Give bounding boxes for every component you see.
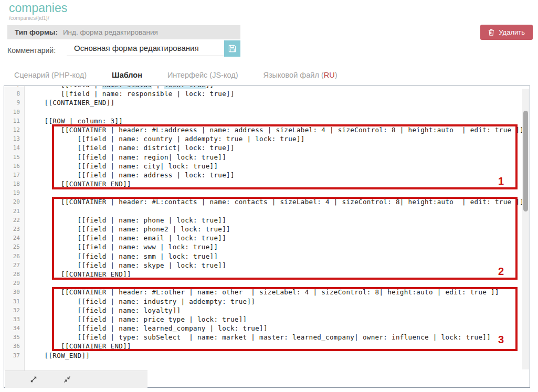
annotation-box-1: 1 bbox=[52, 124, 518, 189]
code-editor[interactable]: 7 [[field | name: status | lock: true]]8… bbox=[4, 86, 530, 370]
code-line[interactable]: 9 [[CONTAINER_END]] bbox=[4, 98, 530, 107]
code-line[interactable]: 10 bbox=[4, 108, 530, 116]
code-text bbox=[25, 108, 28, 116]
annotation-label-2: 2 bbox=[498, 266, 504, 278]
line-number: 32 bbox=[4, 306, 25, 315]
code-text: [[ROW_END]] bbox=[25, 351, 90, 360]
line-number: 17 bbox=[4, 171, 25, 179]
expand-arrows-icon bbox=[29, 375, 38, 384]
floppy-disk-icon bbox=[228, 45, 236, 52]
editor-resize-strip bbox=[5, 370, 147, 388]
line-number: 31 bbox=[4, 297, 25, 306]
selection-highlight: lock: true bbox=[164, 86, 206, 89]
line-number: 33 bbox=[4, 315, 25, 324]
comment-input[interactable] bbox=[67, 41, 224, 56]
tab-scenario-php[interactable]: Сценарий (PHP-код) bbox=[14, 71, 87, 79]
line-number: 29 bbox=[4, 279, 25, 288]
tab-bar: Сценарий (PHP-код) Шаблон Интерфейс (JS-… bbox=[14, 71, 363, 79]
selection-highlight: name: status bbox=[102, 86, 152, 89]
line-number: 22 bbox=[4, 216, 25, 225]
breadcrumb: /companies/{id1}/ bbox=[9, 15, 49, 21]
tab-template[interactable]: Шаблон bbox=[112, 71, 142, 79]
line-number: 14 bbox=[4, 143, 25, 152]
line-number: 34 bbox=[4, 324, 25, 333]
line-number: 26 bbox=[4, 252, 25, 261]
collapse-arrows-icon bbox=[63, 375, 72, 384]
line-number: 18 bbox=[4, 179, 25, 188]
line-number: 13 bbox=[4, 134, 25, 143]
delete-button[interactable]: Удалить bbox=[480, 25, 533, 40]
line-number: 35 bbox=[4, 333, 25, 342]
tab-language-file[interactable]: Языковой файл (RU) bbox=[263, 71, 337, 79]
delete-button-label: Удалить bbox=[499, 28, 525, 36]
line-number: 12 bbox=[4, 125, 25, 134]
line-number: 30 bbox=[4, 288, 25, 296]
code-text: [[CONTAINER_END]] bbox=[25, 98, 114, 107]
line-number: 11 bbox=[4, 116, 25, 125]
code-line[interactable]: 37 [[ROW_END]] bbox=[4, 351, 530, 360]
expand-editor-button[interactable] bbox=[29, 375, 38, 384]
line-number: 16 bbox=[4, 162, 25, 171]
line-number: 9 bbox=[4, 98, 25, 107]
code-line[interactable]: 19 bbox=[4, 188, 530, 197]
line-number: 21 bbox=[4, 207, 25, 216]
code-text bbox=[25, 279, 28, 288]
line-number: 23 bbox=[4, 225, 25, 234]
vertical-scrollbar[interactable] bbox=[522, 89, 529, 369]
tab-interface-js[interactable]: Интерфейс (JS-код) bbox=[167, 71, 238, 79]
form-type-label: Тип формы: bbox=[15, 28, 58, 36]
line-number: 8 bbox=[4, 89, 25, 98]
line-number: 19 bbox=[4, 188, 25, 197]
code-text bbox=[25, 207, 28, 216]
scrollbar-thumb[interactable] bbox=[523, 111, 528, 211]
annotation-label-1: 1 bbox=[498, 175, 504, 187]
page-title: companies bbox=[9, 1, 67, 15]
line-number: 20 bbox=[4, 197, 25, 206]
line-number: 37 bbox=[4, 351, 25, 360]
line-number: 10 bbox=[4, 108, 25, 116]
code-line[interactable]: 29 bbox=[4, 279, 530, 288]
comment-label: Комментарий: bbox=[7, 46, 56, 55]
line-number: 25 bbox=[4, 242, 25, 251]
line-number: 27 bbox=[4, 261, 25, 270]
form-type-bar: Тип формы: Инд. форма редактирования bbox=[7, 25, 240, 39]
collapse-editor-button[interactable] bbox=[63, 375, 72, 384]
annotation-label-3: 3 bbox=[498, 334, 504, 346]
annotation-box-3: 3 bbox=[52, 287, 518, 351]
line-number: 24 bbox=[4, 234, 25, 242]
code-text: [[field | name: responsible | lock: true… bbox=[25, 89, 235, 98]
page: companies /companies/{id1}/ Удалить Тип … bbox=[0, 0, 538, 392]
code-text bbox=[25, 188, 28, 197]
line-number: 28 bbox=[4, 270, 25, 279]
template-editor-panel: 7 [[field | name: status | lock: true]]8… bbox=[4, 86, 530, 388]
code-line[interactable]: 8 [[field | name: responsible | lock: tr… bbox=[4, 89, 530, 98]
annotation-box-2: 2 bbox=[52, 197, 518, 280]
trash-icon bbox=[488, 28, 494, 36]
line-number: 15 bbox=[4, 153, 25, 162]
line-number: 36 bbox=[4, 342, 25, 351]
save-button[interactable] bbox=[224, 40, 240, 57]
form-type-value: Инд. форма редактирования bbox=[63, 28, 158, 36]
